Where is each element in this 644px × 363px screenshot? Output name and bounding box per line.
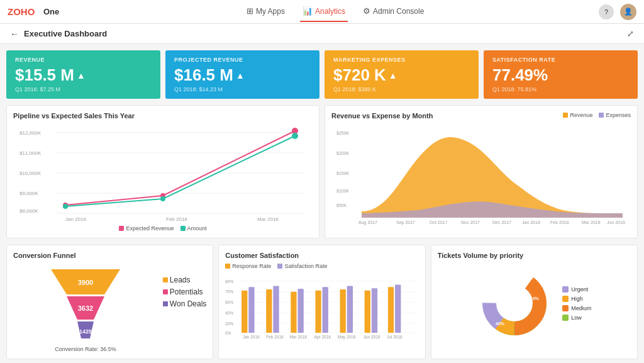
back-button[interactable]: ←: [10, 29, 19, 39]
zoho-logo: ZOHO: [8, 5, 42, 19]
svg-text:60%: 60%: [225, 300, 233, 304]
kpi-satisfaction: SATISFACTION RATE 77.49% Q1 2018: 75.81%: [484, 50, 638, 99]
pipeline-legend-expected: Expected Revenue: [119, 225, 174, 232]
chart-icon: 📊: [303, 6, 313, 16]
pipeline-legend: Expected Revenue Amount: [13, 225, 313, 232]
help-icon[interactable]: ?: [599, 4, 614, 20]
logo-one: One: [43, 7, 59, 16]
gear-icon: ⚙: [363, 6, 370, 16]
revenue-expense-chart-area: $250K $200K $150K $100K $50K Aug 2017 Se…: [331, 123, 631, 223]
svg-text:$8,000K: $8,000K: [19, 208, 38, 214]
svg-rect-60: [340, 289, 346, 333]
kpi-marketing: MARKETING EXPENSES $720 K ▲ Q1 2018: $38…: [325, 50, 479, 99]
page-title: Executive Dashboard: [24, 29, 107, 38]
svg-text:Jun 2018: Jun 2018: [364, 335, 380, 339]
svg-text:Nov 2017: Nov 2017: [461, 220, 480, 225]
funnel-legend-leads: Leads: [163, 276, 206, 284]
customer-satisfaction-box: Customer Satisfaction Response Rate Sati…: [218, 245, 425, 359]
satisfaction-rate-legend: Satisfaction Rate: [277, 263, 327, 269]
svg-rect-62: [365, 291, 370, 333]
nav-my-apps[interactable]: ⊞ My Apps: [244, 1, 287, 22]
pipeline-chart-box: Pipeline vs Expected Sales This Year $12…: [6, 105, 319, 238]
svg-rect-54: [267, 289, 272, 333]
svg-text:$9,000K: $9,000K: [19, 191, 38, 196]
svg-point-19: [292, 133, 298, 139]
expenses-legend: Expenses: [599, 112, 631, 118]
svg-point-77: [497, 286, 532, 321]
tickets-low: Low: [562, 315, 591, 321]
svg-rect-53: [249, 287, 255, 333]
svg-rect-61: [347, 286, 353, 333]
svg-text:40%: 40%: [225, 311, 233, 315]
pipeline-chart-area: $12,000K $11,000K $10,000K $9,000K $8,00…: [13, 123, 313, 232]
kpi-revenue-arrow: ▲: [77, 70, 86, 81]
svg-text:Jun 2018: Jun 2018: [607, 220, 625, 225]
nav-admin-console[interactable]: ⚙ Admin Console: [360, 1, 426, 22]
charts-row-2: Conversion Funnel 3900 3632 1425 Conve: [6, 245, 638, 359]
kpi-revenue-sub: Q1 2016: $7.25 M: [15, 86, 152, 92]
kpi-revenue-label: REVENUE: [15, 57, 152, 63]
tickets-volume-box: Tickets Volume by priority: [431, 245, 638, 359]
donut-svg: 15% 10% 40% 37%: [477, 265, 552, 341]
tickets-high: High: [562, 296, 591, 302]
svg-text:$200K: $200K: [336, 151, 350, 155]
pipeline-svg: $12,000K $11,000K $10,000K $9,000K $8,00…: [13, 123, 313, 221]
funnel-legend-won: Won Deals: [163, 299, 206, 308]
kpi-marketing-value: $720 K ▲: [333, 65, 470, 85]
svg-text:May 2018: May 2018: [338, 335, 356, 340]
svg-text:Mar 2018: Mar 2018: [290, 335, 308, 339]
svg-text:40%: 40%: [496, 321, 505, 326]
revenue-legend: Revenue: [563, 112, 592, 118]
revenue-expense-title: Revenue vs Expense by Month: [331, 112, 433, 120]
kpi-revenue-value: $15.5 M ▲: [15, 65, 152, 85]
svg-text:Jan 2018: Jan 2018: [243, 335, 260, 339]
svg-text:$150K: $150K: [336, 171, 350, 176]
svg-text:Feb 2018: Feb 2018: [550, 220, 569, 225]
logo: ZOHO One: [8, 5, 59, 19]
svg-text:Jul 2018: Jul 2018: [387, 335, 402, 339]
kpi-marketing-sub: Q1 2018: $380 K: [333, 86, 470, 92]
svg-rect-55: [274, 286, 279, 333]
svg-text:Oct 2017: Oct 2017: [430, 220, 448, 225]
svg-text:70%: 70%: [225, 290, 233, 294]
svg-text:Apr 2018: Apr 2018: [314, 335, 331, 340]
svg-text:$100K: $100K: [336, 189, 350, 193]
top-nav: ZOHO One ⊞ My Apps 📊 Analytics ⚙ Admin C…: [0, 0, 644, 24]
nav-analytics-label: Analytics: [315, 7, 345, 16]
conversion-funnel-box: Conversion Funnel 3900 3632 1425 Conve: [6, 245, 213, 359]
svg-point-18: [160, 196, 165, 201]
svg-text:37%: 37%: [483, 296, 492, 301]
revenue-expense-svg: $250K $200K $150K $100K $50K Aug 2017 Se…: [331, 123, 631, 221]
nav-items: ⊞ My Apps 📊 Analytics ⚙ Admin Console: [72, 1, 599, 22]
svg-text:Sep 2017: Sep 2017: [396, 220, 415, 225]
kpi-projected-label: PROJECTED REVENUE: [174, 57, 311, 63]
svg-rect-57: [298, 289, 304, 333]
svg-text:Jan 2018: Jan 2018: [65, 216, 86, 222]
svg-text:ZOHO: ZOHO: [8, 6, 35, 17]
main-content: REVENUE $15.5 M ▲ Q1 2016: $7.25 M PROJE…: [0, 44, 644, 363]
funnel-legend-potentials: Potentials: [163, 288, 206, 296]
nav-right: ? 👤: [599, 4, 636, 20]
nav-admin-label: Admin Console: [373, 7, 424, 16]
avatar[interactable]: 👤: [620, 4, 636, 20]
tickets-volume-title: Tickets Volume by priority: [438, 252, 631, 259]
svg-text:Dec 2017: Dec 2017: [492, 220, 511, 225]
satisfaction-svg: 80% 70% 60% 40% 20% 0%: [225, 272, 418, 341]
kpi-marketing-label: MARKETING EXPENSES: [333, 57, 470, 63]
svg-rect-59: [323, 287, 328, 333]
grid-icon: ⊞: [247, 6, 253, 16]
kpi-projected: PROJECTED REVENUE $16.5 M ▲ Q1 2018: $14…: [165, 50, 319, 99]
response-rate-legend: Response Rate: [225, 263, 271, 269]
kpi-revenue: REVENUE $15.5 M ▲ Q1 2016: $7.25 M: [6, 50, 160, 99]
svg-text:10%: 10%: [530, 296, 540, 301]
tickets-urgent: Urgent: [562, 286, 591, 293]
nav-analytics[interactable]: 📊 Analytics: [300, 1, 348, 22]
expand-icon[interactable]: ⤢: [627, 29, 634, 38]
tickets-medium: Medium: [562, 305, 591, 311]
svg-rect-64: [388, 287, 394, 333]
svg-text:80%: 80%: [225, 279, 233, 284]
page-header: ← Executive Dashboard ⤢: [0, 24, 644, 44]
svg-rect-63: [372, 288, 377, 333]
pipeline-legend-amount: Amount: [180, 225, 207, 232]
svg-rect-65: [395, 285, 401, 333]
